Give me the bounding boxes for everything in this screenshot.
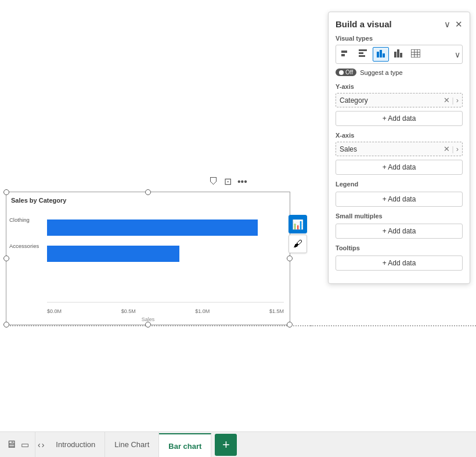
tab-next-button[interactable]: ›	[42, 440, 45, 449]
yaxis-label: Y-axis	[336, 83, 463, 90]
chart-toolbar: ⛉ ⊡ •••	[209, 176, 247, 187]
vt-clustered-bar[interactable]	[355, 47, 372, 62]
svg-rect-3	[359, 52, 363, 54]
suggest-row: Off Suggest a type	[336, 69, 463, 76]
svg-rect-0	[341, 51, 347, 53]
svg-rect-4	[359, 55, 365, 57]
tooltips-section: Tooltips + Add data	[336, 244, 463, 271]
svg-rect-9	[397, 49, 399, 57]
y-label-clothing: Clothing	[9, 217, 30, 223]
tab-bar-chart[interactable]: Bar chart	[159, 433, 211, 457]
more-button[interactable]: •••	[237, 177, 247, 187]
add-tab-button[interactable]: +	[215, 434, 237, 456]
format-button[interactable]: 🖌	[289, 235, 307, 253]
y-label-accessories: Accessories	[9, 243, 39, 249]
small-multiples-add-data-button[interactable]: + Add data	[336, 224, 463, 239]
tab-prev-button[interactable]: ‹	[38, 440, 41, 449]
panel-controls: ∨ ✕	[444, 20, 463, 28]
legend-label: Legend	[336, 181, 463, 188]
tab-introduction-label: Introduction	[56, 440, 95, 449]
tablet-view-button[interactable]: ▭	[21, 440, 29, 450]
x-tick-3: $1.5M	[269, 308, 284, 314]
bar-clothing	[47, 219, 258, 236]
filter-button[interactable]: ⛉	[209, 177, 218, 187]
tab-line-chart-label: Line Chart	[114, 440, 149, 449]
xaxis-clear-button[interactable]: ✕	[443, 145, 450, 153]
yaxis-section: Y-axis Category ✕ | › + Add data	[336, 83, 463, 126]
desktop-view-button[interactable]: 🖥	[6, 438, 16, 451]
yaxis-field: Category ✕ | ›	[336, 93, 463, 107]
yaxis-add-data-button[interactable]: + Add data	[336, 111, 463, 126]
yaxis-field-name: Category	[340, 96, 368, 105]
svg-rect-8	[394, 52, 396, 57]
vt-stacked-bar[interactable]	[338, 47, 354, 62]
chart-title: Sales by Category	[11, 197, 66, 204]
visual-types-label: Visual types	[336, 35, 463, 42]
xaxis-add-data-button[interactable]: + Add data	[336, 160, 463, 175]
panel-collapse-button[interactable]: ∨	[444, 20, 450, 28]
handle-bc[interactable]	[145, 322, 151, 328]
svg-rect-11	[411, 49, 420, 57]
small-multiples-section: Small multiples + Add data	[336, 213, 463, 239]
suggest-label: Suggest a type	[360, 69, 402, 76]
yaxis-controls: ✕ | ›	[443, 96, 459, 105]
svg-rect-5	[377, 52, 379, 57]
yaxis-separator: |	[452, 96, 454, 105]
x-tick-1: $0.5M	[121, 308, 136, 314]
handle-bl[interactable]	[3, 322, 9, 328]
vt-table[interactable]	[408, 47, 424, 62]
svg-rect-1	[341, 54, 345, 56]
xaxis-separator: |	[452, 145, 454, 153]
x-tick-0: $0.0M	[47, 308, 62, 314]
svg-rect-6	[380, 50, 382, 57]
vt-bar-chart[interactable]	[373, 47, 389, 62]
svg-rect-2	[359, 49, 367, 51]
canvas-area: ⛉ ⊡ ••• Sales by Category Clothing Acces…	[0, 0, 476, 430]
suggest-toggle[interactable]: Off	[336, 69, 356, 76]
xaxis-expand-button[interactable]: ›	[456, 145, 459, 153]
x-axis-labels: $0.0M $0.5M $1.0M $1.5M	[47, 308, 284, 314]
handle-mr[interactable]	[287, 256, 293, 261]
svg-rect-7	[383, 53, 385, 57]
x-tick-2: $1.0M	[195, 308, 210, 314]
tab-bar: 🖥 ▭ ‹ › Introduction Line Chart Bar char…	[0, 431, 476, 457]
xaxis-controls: ✕ | ›	[443, 145, 459, 153]
tooltips-label: Tooltips	[336, 244, 463, 251]
tooltips-add-data-button[interactable]: + Add data	[336, 256, 463, 271]
chart-container: Sales by Category Clothing Accessories $…	[6, 192, 290, 325]
yaxis-expand-button[interactable]: ›	[456, 96, 459, 105]
dotted-line-right	[311, 325, 476, 326]
legend-add-data-button[interactable]: + Add data	[336, 192, 463, 207]
visual-types-row: ∨	[336, 45, 463, 64]
xaxis-label: X-axis	[336, 132, 463, 139]
xaxis-field-name: Sales	[340, 145, 357, 153]
xaxis-field: Sales ✕ | ›	[336, 142, 463, 156]
xaxis-section: X-axis Sales ✕ | › + Add data	[336, 132, 463, 175]
small-multiples-label: Small multiples	[336, 213, 463, 219]
tab-nav: ‹ ›	[35, 432, 46, 457]
vt-column-chart[interactable]	[390, 47, 406, 62]
tab-bar-chart-label: Bar chart	[168, 442, 201, 451]
tab-line-chart[interactable]: Line Chart	[105, 432, 159, 457]
build-visual-button[interactable]: 📊	[289, 215, 307, 233]
handle-ml[interactable]	[3, 256, 9, 261]
yaxis-clear-button[interactable]: ✕	[443, 96, 450, 105]
dotted-line-left	[6, 325, 311, 326]
handle-tc[interactable]	[145, 189, 151, 195]
tab-introduction[interactable]: Introduction	[46, 432, 105, 457]
handle-tl[interactable]	[3, 189, 9, 195]
bar-accessories	[47, 246, 179, 262]
bars-area	[47, 211, 284, 303]
expand-button[interactable]: ⊡	[224, 176, 232, 187]
toggle-label: Off	[345, 69, 353, 75]
panel-close-button[interactable]: ✕	[455, 20, 463, 28]
legend-section: Legend + Add data	[336, 181, 463, 207]
vt-more-button[interactable]: ∨	[455, 50, 460, 59]
view-mode-icons: 🖥 ▭	[0, 432, 35, 457]
svg-rect-10	[400, 53, 402, 57]
panel-header: Build a visual ∨ ✕	[336, 19, 463, 29]
handle-br[interactable]	[287, 322, 293, 328]
build-visual-panel: Build a visual ∨ ✕ Visual types	[328, 12, 470, 284]
side-actions: 📊 🖌	[289, 215, 307, 253]
panel-title: Build a visual	[336, 19, 392, 29]
